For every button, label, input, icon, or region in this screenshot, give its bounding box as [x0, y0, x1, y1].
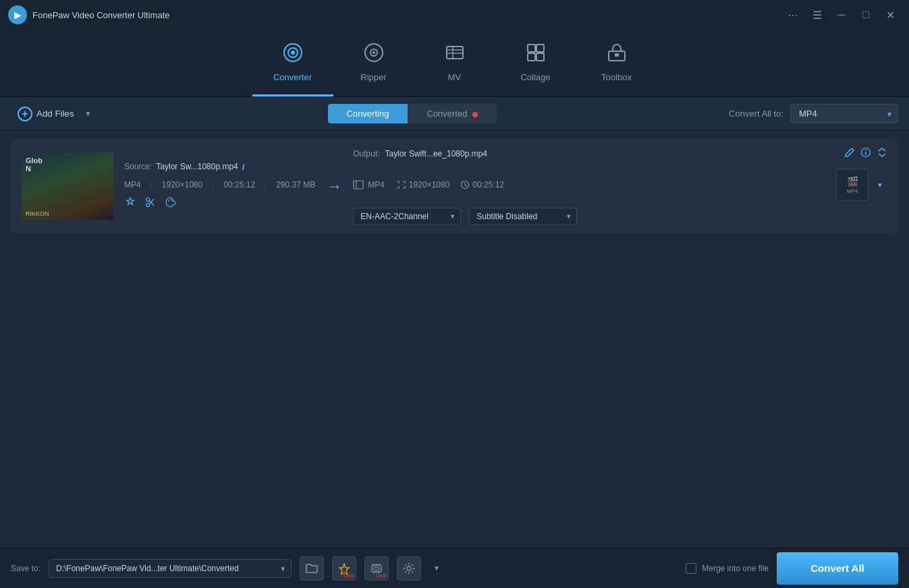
- file-card: GlobN RIKKON Source: Taylor Sw...1080p.m…: [11, 139, 898, 233]
- svg-point-14: [146, 203, 150, 206]
- subtitle-select-wrap: Subtitle Disabled English: [469, 208, 577, 225]
- nav-collage[interactable]: Collage: [495, 29, 576, 96]
- cut-icon[interactable]: [144, 196, 157, 211]
- subtitle-select[interactable]: Subtitle Disabled English: [469, 208, 577, 225]
- open-folder-button[interactable]: [300, 556, 324, 581]
- meta-sep-3: |: [265, 180, 267, 189]
- meta-sep-2: |: [212, 180, 214, 189]
- nav-bar: Converter Ripper MV: [0, 30, 909, 97]
- output-filename: Taylor Swift...ee_1080p.mp4: [385, 149, 487, 158]
- output-format-text: MP4: [368, 180, 385, 189]
- meta-sep-1: |: [150, 180, 153, 189]
- convert-arrow-icon: →: [326, 177, 342, 196]
- source-duration: 00:25:12: [223, 180, 255, 189]
- main-content: GlobN RIKKON Source: Taylor Sw...1080p.m…: [0, 131, 909, 548]
- nav-toolbox[interactable]: Toolbox: [576, 29, 657, 96]
- output-label: Output:: [353, 149, 379, 158]
- edit-output-name-button[interactable]: [844, 147, 855, 160]
- convert-all-button[interactable]: Convert All: [777, 552, 898, 585]
- enhance-icon[interactable]: [124, 196, 136, 211]
- source-resolution: 1920×1080: [162, 180, 202, 189]
- merge-checkbox[interactable]: [686, 563, 696, 574]
- output-format-box[interactable]: 🎬 MP4: [836, 169, 869, 201]
- nav-ripper[interactable]: Ripper: [333, 29, 414, 96]
- toolbox-nav-label: Toolbox: [601, 72, 632, 82]
- file-thumbnail: GlobN RIKKON: [22, 152, 113, 220]
- title-bar-left: ▶ FonePaw Video Converter Ultimate: [8, 5, 170, 24]
- merge-wrap: Merge into one file: [686, 563, 769, 574]
- source-size: 290.37 MB: [276, 180, 315, 189]
- svg-rect-27: [374, 567, 379, 570]
- convert-all-to-label: Convert All to:: [729, 109, 783, 119]
- toolbar: + Add Files ▼ Converting Converted Conve…: [0, 97, 909, 131]
- file-source-info: Source: Taylor Sw...1080p.mp4 i MP4 | 19…: [124, 162, 315, 211]
- mp4-box-label: MP4: [847, 188, 858, 194]
- hardware-accel-button[interactable]: OFF: [364, 556, 389, 581]
- output-actions: [844, 147, 887, 160]
- ripper-nav-icon: [363, 42, 385, 68]
- add-files-plus-icon: +: [18, 107, 32, 121]
- file-actions: [124, 196, 315, 211]
- settings-button[interactable]: [397, 556, 421, 581]
- output-info-button[interactable]: [860, 147, 871, 160]
- converted-notification-dot: [472, 112, 478, 117]
- output-dropdowns: EN-AAC-2Channel EN-AC3-5.1 Subtitle Disa…: [353, 208, 887, 225]
- svg-point-18: [170, 199, 171, 200]
- file-meta-row: MP4 | 1920×1080 | 00:25:12 | 290.37 MB: [124, 180, 315, 189]
- svg-rect-9: [528, 53, 535, 61]
- converter-nav-label: Converter: [273, 72, 312, 82]
- add-files-button[interactable]: + Add Files: [11, 102, 81, 125]
- output-meta-row: MP4 1920×1080 00:25:12: [353, 169, 887, 201]
- svg-point-2: [291, 51, 295, 55]
- svg-point-19: [172, 200, 173, 202]
- svg-point-34: [407, 566, 411, 570]
- output-expand-button[interactable]: [877, 147, 887, 160]
- svg-point-17: [168, 200, 169, 202]
- svg-point-22: [865, 150, 866, 151]
- source-format: MP4: [124, 180, 141, 189]
- output-format-badge: MP4: [353, 180, 385, 189]
- app-title: FonePaw Video Converter Ultimate: [32, 10, 170, 20]
- svg-point-5: [373, 51, 375, 54]
- audio-track-select[interactable]: EN-AAC-2Channel EN-AC3-5.1: [353, 208, 461, 225]
- file-source-row: Source: Taylor Sw...1080p.mp4 i: [124, 162, 315, 172]
- converter-nav-icon: [282, 42, 304, 68]
- app-logo: ▶: [8, 5, 27, 24]
- save-path-wrap: [49, 559, 292, 578]
- close-button[interactable]: ✕: [879, 5, 901, 24]
- svg-rect-7: [528, 45, 535, 52]
- output-resolution: 1920×1080: [395, 180, 449, 189]
- palette-icon[interactable]: [165, 196, 177, 211]
- toolbox-nav-icon: [606, 42, 628, 68]
- file-output-info: Output: Taylor Swift...ee_1080p.mp4: [353, 147, 887, 225]
- mv-nav-label: MV: [448, 72, 462, 82]
- format-dropdown[interactable]: MP4 MKV AVI MOV: [790, 104, 898, 123]
- svg-rect-26: [372, 565, 381, 572]
- collage-nav-label: Collage: [520, 72, 550, 82]
- menu-button[interactable]: ⋯: [782, 5, 804, 24]
- thumbnail-text-bottom: RIKKON: [26, 210, 49, 217]
- save-path-input[interactable]: [49, 559, 292, 578]
- nav-mv[interactable]: MV: [414, 29, 495, 96]
- converted-tab[interactable]: Converted: [408, 104, 497, 123]
- settings-dropdown-arrow[interactable]: ▼: [429, 562, 444, 575]
- svg-rect-6: [447, 47, 463, 59]
- source-info-icon[interactable]: i: [242, 162, 245, 172]
- nav-converter[interactable]: Converter: [252, 29, 333, 96]
- toolbar-right: Convert All to: MP4 MKV AVI MOV: [729, 104, 898, 123]
- ripper-nav-label: Ripper: [360, 72, 386, 82]
- maximize-button[interactable]: □: [855, 5, 877, 24]
- hamburger-button[interactable]: ☰: [806, 5, 828, 24]
- title-bar-controls: ⋯ ☰ ─ □ ✕: [782, 5, 901, 24]
- bottom-bar: Save to: OFF OFF ▼: [0, 548, 909, 588]
- quick-convert-button[interactable]: OFF: [332, 556, 356, 581]
- converting-tab[interactable]: Converting: [328, 104, 408, 123]
- format-box-dropdown-arrow[interactable]: ▼: [873, 179, 887, 192]
- thumbnail-text-glob: GlobN: [26, 156, 43, 173]
- audio-track-select-wrap: EN-AAC-2Channel EN-AC3-5.1: [353, 208, 461, 225]
- minimize-button[interactable]: ─: [831, 5, 852, 24]
- mv-nav-icon: [444, 42, 466, 68]
- tabs-group: Converting Converted: [328, 104, 497, 123]
- source-filename: Taylor Sw...1080p.mp4: [156, 162, 238, 171]
- add-files-dropdown-arrow[interactable]: ▼: [81, 107, 96, 120]
